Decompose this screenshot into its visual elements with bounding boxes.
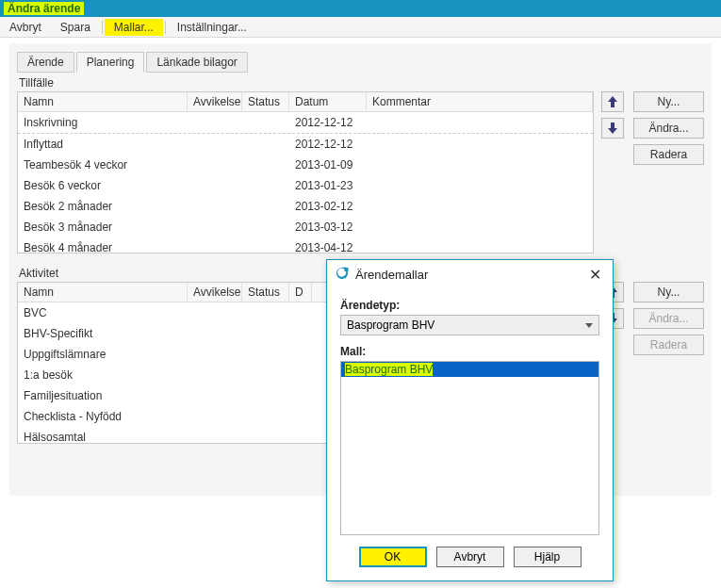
cell-d: [289, 346, 312, 363]
refresh-icon: [335, 266, 350, 284]
dialog-close-button[interactable]: ✕: [585, 266, 605, 284]
cell-avvikelse: [188, 177, 242, 194]
tab-bilagor[interactable]: Länkade bilagor: [146, 52, 247, 73]
cell-d: [289, 429, 312, 442]
arrow-down-icon: [608, 122, 617, 134]
aktivitet-edit-button[interactable]: Ändra...: [633, 308, 704, 329]
cell-avvikelse: [188, 346, 242, 363]
col-d[interactable]: D: [289, 283, 312, 302]
toolbar-settings[interactable]: Inställningar...: [168, 19, 256, 36]
cell-d: [289, 325, 312, 342]
cell-datum: 2013-01-09: [289, 156, 367, 173]
tillfalle-edit-button[interactable]: Ändra...: [633, 118, 704, 139]
window-title: Ändra ärende: [4, 2, 84, 15]
toolbar-separator: [102, 21, 103, 34]
cell-avvikelse: [188, 325, 242, 342]
cell-datum: 2013-01-23: [289, 177, 367, 194]
cell-kommentar: [367, 177, 593, 194]
dialog-cancel-button[interactable]: Avbryt: [436, 547, 504, 567]
cell-avvikelse: [188, 367, 242, 384]
cell-status: [242, 177, 289, 194]
cell-datum: 2012-12-12: [289, 136, 367, 153]
cell-datum: 2013-04-12: [289, 239, 367, 252]
table-row[interactable]: Besök 6 veckor2013-01-23: [18, 175, 593, 196]
cell-avvikelse: [188, 136, 242, 153]
mall-list-item[interactable]: Basprogram BHV: [341, 362, 598, 377]
cell-avvikelse: [188, 156, 242, 173]
cell-namn: Besök 2 månader: [18, 198, 188, 215]
col-namn[interactable]: Namn: [18, 92, 188, 111]
cell-status: [242, 219, 289, 236]
cell-status: [242, 239, 289, 252]
toolbar-separator: [165, 21, 166, 34]
tillfalle-move-down[interactable]: [601, 118, 624, 139]
mall-listbox[interactable]: Basprogram BHV: [340, 361, 599, 535]
mall-label: Mall:: [340, 345, 599, 358]
table-row[interactable]: Besök 4 månader2013-04-12: [18, 237, 593, 252]
cell-avvikelse: [188, 429, 242, 442]
dialog-title: Ärendemallar: [355, 268, 428, 282]
cell-namn: Teambesök 4 veckor: [18, 156, 188, 173]
cell-status: [242, 346, 289, 363]
cell-kommentar: [367, 239, 593, 252]
tillfalle-move-up[interactable]: [601, 91, 624, 112]
col-avvikelse[interactable]: Avvikelse: [188, 92, 242, 111]
col-namn[interactable]: Namn: [18, 283, 188, 302]
cell-namn: Inflyttad: [18, 136, 188, 153]
cell-namn: Hälsosamtal: [18, 429, 188, 442]
table-row[interactable]: Inskrivning2012-12-12: [18, 112, 593, 134]
cell-namn: Familjesituation: [18, 387, 188, 404]
tillfalle-delete-button[interactable]: Radera: [633, 144, 704, 165]
table-row[interactable]: Inflyttad2012-12-12: [18, 134, 593, 155]
cell-namn: Uppgiftslämnare: [18, 346, 188, 363]
cell-status: [242, 304, 289, 321]
chevron-down-icon: [585, 323, 593, 328]
tillfalle-header: Namn Avvikelse Status Datum Kommentar: [18, 92, 593, 112]
cell-datum: 2012-12-12: [289, 114, 367, 131]
col-datum[interactable]: Datum: [289, 92, 367, 111]
arrow-up-icon: [608, 96, 617, 107]
arendetyp-value: Basprogram BHV: [347, 318, 434, 332]
cell-namn: BHV-Specifikt: [18, 325, 188, 342]
arendemallar-dialog: Ärendemallar ✕ Ärendetyp: Basprogram BHV…: [326, 259, 614, 581]
cell-namn: Besök 3 månader: [18, 219, 188, 236]
table-row[interactable]: Besök 2 månader2013-02-12: [18, 196, 593, 217]
cell-status: [242, 387, 289, 404]
cell-status: [242, 367, 289, 384]
tab-arende[interactable]: Ärende: [17, 52, 74, 73]
tillfalle-grid[interactable]: Namn Avvikelse Status Datum Kommentar In…: [17, 91, 594, 253]
cell-d: [289, 408, 312, 425]
col-status[interactable]: Status: [242, 283, 289, 302]
cell-kommentar: [367, 219, 593, 236]
table-row[interactable]: Teambesök 4 veckor2013-01-09: [18, 155, 593, 175]
cell-avvikelse: [188, 114, 242, 131]
dialog-help-button[interactable]: Hjälp: [514, 547, 582, 567]
cell-namn: 1:a besök: [18, 367, 188, 384]
arendetyp-select[interactable]: Basprogram BHV: [340, 315, 599, 335]
col-kommentar[interactable]: Kommentar: [367, 92, 593, 111]
aktivitet-delete-button[interactable]: Radera: [633, 335, 704, 355]
cell-namn: BVC: [18, 304, 188, 321]
arendetyp-label: Ärendetyp:: [340, 299, 599, 312]
cell-kommentar: [367, 156, 593, 173]
col-avvikelse[interactable]: Avvikelse: [188, 283, 242, 302]
dialog-ok-button[interactable]: OK: [359, 547, 427, 567]
mall-item-label: Basprogram BHV: [345, 363, 433, 376]
aktivitet-new-button[interactable]: Ny...: [633, 282, 704, 302]
cell-namn: Besök 6 veckor: [18, 177, 188, 194]
table-row[interactable]: Besök 3 månader2013-03-12: [18, 217, 593, 237]
cell-avvikelse: [188, 304, 242, 321]
cell-avvikelse: [188, 198, 242, 215]
tab-planering[interactable]: Planering: [76, 52, 145, 73]
cell-d: [289, 304, 312, 321]
cell-status: [242, 198, 289, 215]
toolbar-save[interactable]: Spara: [51, 19, 100, 36]
tillfalle-label: Tillfälle: [19, 76, 704, 90]
col-status[interactable]: Status: [242, 92, 289, 111]
cell-kommentar: [367, 136, 593, 153]
tillfalle-new-button[interactable]: Ny...: [633, 91, 704, 112]
toolbar-cancel[interactable]: Avbryt: [0, 19, 51, 36]
cell-datum: 2013-03-12: [289, 219, 367, 236]
toolbar-templates[interactable]: Mallar...: [105, 19, 163, 36]
cell-status: [242, 429, 289, 442]
